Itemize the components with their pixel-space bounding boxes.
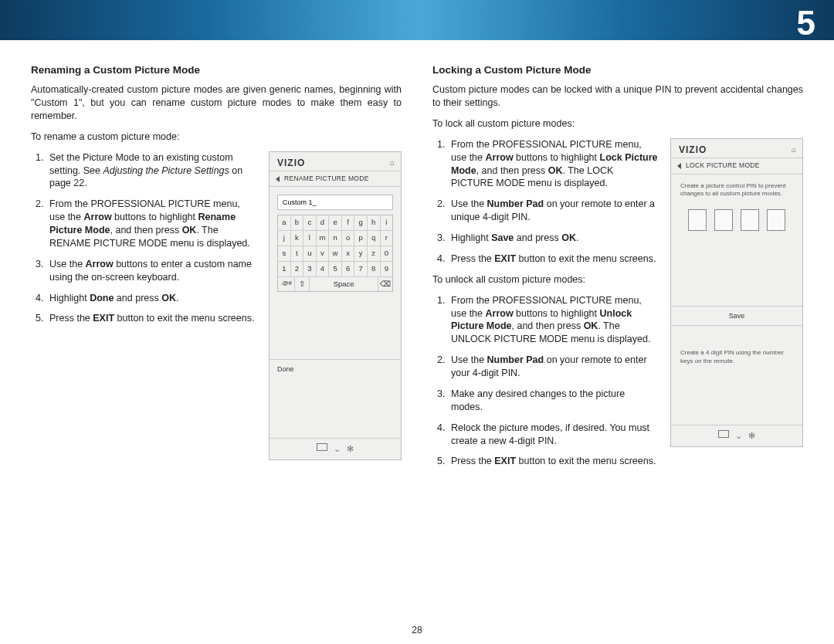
home-icon: ⌂: [792, 144, 796, 155]
unlock-step-5: Press the EXIT button to exit the menu s…: [448, 455, 658, 468]
pin-digit-3[interactable]: [741, 209, 759, 231]
osd-brand: VIZIO: [679, 144, 707, 156]
rename-heading: Renaming a Custom Picture Mode: [31, 63, 402, 77]
unlock-steps: From the PROFESSIONAL PICTURE menu, use …: [432, 294, 658, 469]
osd-subhead: RENAME PICTURE MODE: [270, 171, 401, 187]
pin-digit-2[interactable]: [714, 209, 733, 231]
lock-osd: VIZIO ⌂ LOCK PICTURE MODE Create a pictu…: [670, 138, 803, 447]
rename-step-5: Press the EXIT button to exit the menu s…: [46, 312, 256, 325]
page-number: 28: [0, 624, 834, 636]
pin-digit-1[interactable]: [688, 209, 707, 231]
unlock-step-1: From the PROFESSIONAL PICTURE menu, use …: [448, 294, 658, 347]
lock-heading: Locking a Custom Picture Mode: [432, 63, 803, 77]
chevron-down-icon: ⌄: [334, 443, 341, 455]
lock-intro: Custom picture modes can be locked with …: [432, 83, 803, 110]
pin-digit-4[interactable]: [767, 209, 785, 231]
kbd-done[interactable]: Done: [270, 359, 401, 378]
kbd-shift[interactable]: ⇧: [295, 277, 310, 292]
osd-footer-icons: ⌄ ✻: [671, 425, 802, 446]
lock-step-1: From the PROFESSIONAL PICTURE menu, use …: [448, 138, 658, 191]
kbd-symbols[interactable]: .@#: [278, 277, 295, 292]
back-icon: [677, 163, 681, 169]
rename-leadin: To rename a custom picture mode:: [31, 130, 402, 144]
osd-footer-icons: ⌄ ✻: [270, 438, 401, 459]
chapter-number: 5: [797, 0, 815, 46]
gear-icon: ✻: [748, 430, 755, 442]
lock-leadin: To lock all custom picture modes:: [432, 117, 803, 130]
wide-icon: [317, 443, 327, 451]
rename-step-4: Highlight Done and press OK.: [46, 292, 256, 305]
rename-step-1: Set the Picture Mode to an existing cust…: [46, 151, 256, 191]
unlock-leadin: To unlock all custom picture modes:: [432, 273, 658, 286]
osd-subhead: LOCK PICTURE MODE: [671, 158, 802, 174]
lock-steps: From the PROFESSIONAL PICTURE menu, use …: [432, 138, 658, 266]
on-screen-keyboard[interactable]: abcdefghi jklmnopqr stuvwxyz0 123456789: [277, 215, 393, 292]
save-button[interactable]: Save: [671, 306, 802, 326]
osd-brand: VIZIO: [277, 157, 305, 169]
unlock-step-2: Use the Number Pad on your remote to ent…: [448, 354, 658, 380]
rename-step-2: From the PROFESSIONAL PICTURE menu, use …: [46, 198, 256, 250]
chevron-down-icon: ⌄: [735, 430, 742, 442]
wide-icon: [718, 430, 729, 438]
lock-info-top: Create a picture control PIN to prevent …: [679, 182, 795, 199]
lock-step-2: Use the Number Pad on your remote to ent…: [448, 198, 658, 224]
rename-steps: Set the Picture Mode to an existing cust…: [31, 151, 256, 326]
gear-icon: ✻: [347, 443, 354, 455]
lock-step-3: Highlight Save and press OK.: [448, 232, 658, 245]
rename-input[interactable]: [277, 195, 393, 210]
right-column: Locking a Custom Picture Mode Custom pic…: [432, 63, 803, 476]
rename-osd: VIZIO ⌂ RENAME PICTURE MODE abcdefghi jk…: [269, 151, 402, 460]
kbd-space[interactable]: Space: [310, 277, 378, 292]
back-icon: [276, 176, 280, 182]
unlock-step-4: Relock the picture modes, if desired. Yo…: [448, 422, 658, 448]
lock-info-bottom: Create a 4 digit PIN using the number ke…: [671, 326, 802, 366]
home-icon: ⌂: [390, 158, 395, 168]
left-column: Renaming a Custom Picture Mode Automatic…: [31, 63, 402, 476]
rename-intro: Automatically-created custom picture mod…: [31, 83, 402, 123]
rename-step-3: Use the Arrow buttons to enter a custom …: [46, 258, 256, 284]
unlock-step-3: Make any desired changes to the picture …: [448, 388, 658, 414]
header-band: 5: [0, 0, 834, 40]
kbd-backspace[interactable]: ⌫: [378, 277, 392, 292]
lock-step-4: Press the EXIT button to exit the menu s…: [448, 253, 658, 266]
pin-entry[interactable]: [679, 209, 795, 231]
